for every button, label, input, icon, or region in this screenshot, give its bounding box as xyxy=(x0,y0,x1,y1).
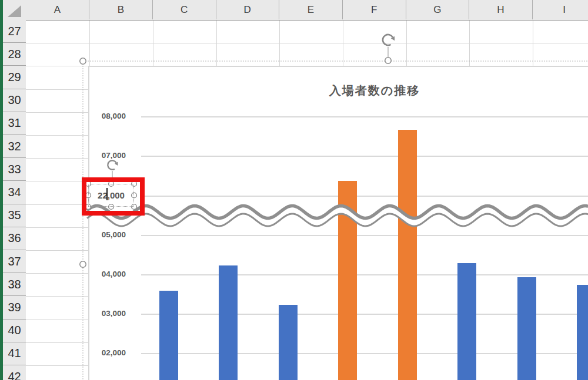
chart-bar[interactable] xyxy=(398,130,417,380)
chart-bar[interactable] xyxy=(457,263,476,380)
excel-gridline xyxy=(26,135,88,136)
excel-gridline xyxy=(26,365,88,366)
excel-gridline xyxy=(26,181,88,181)
chart-title[interactable]: 入場者数の推移 xyxy=(141,83,588,99)
row-header-cell[interactable]: 29 xyxy=(3,66,26,89)
column-header-cell[interactable]: H xyxy=(469,0,533,19)
excel-gridline xyxy=(26,296,88,297)
row-header-cell[interactable]: 28 xyxy=(3,43,26,66)
excel-gridline xyxy=(279,20,280,66)
select-all-triangle-icon xyxy=(3,0,26,20)
column-header-cell[interactable]: C xyxy=(153,0,216,19)
excel-gridline xyxy=(469,20,470,66)
row-header-cell[interactable]: 39 xyxy=(3,296,26,319)
y-axis-label[interactable]: 02,000 xyxy=(71,348,126,357)
red-highlight-rectangle xyxy=(82,177,145,216)
y-axis-label[interactable]: 07,000 xyxy=(71,151,126,160)
column-header-cell[interactable]: I xyxy=(533,0,588,19)
row-header-cell[interactable]: 42 xyxy=(3,365,26,380)
excel-gridline xyxy=(26,342,88,343)
row-header-cell[interactable]: 35 xyxy=(3,204,26,227)
chart-bar[interactable] xyxy=(517,277,536,380)
row-header-cell[interactable]: 37 xyxy=(3,250,26,273)
row-header-cell[interactable]: 27 xyxy=(3,20,26,43)
excel-gridline xyxy=(26,320,88,320)
chart-bar[interactable] xyxy=(577,285,588,380)
chart-selection-handle[interactable] xyxy=(80,261,86,267)
chart-gridline xyxy=(141,116,588,117)
row-header-cell[interactable]: 36 xyxy=(3,227,26,250)
excel-gridline xyxy=(216,20,217,66)
excel-gridline xyxy=(153,20,153,66)
y-axis-label[interactable]: 03,000 xyxy=(71,309,126,318)
excel-gridline xyxy=(26,227,88,228)
column-header-cell[interactable]: A xyxy=(26,0,89,19)
chart-bar[interactable] xyxy=(159,291,178,380)
column-header-cell[interactable]: D xyxy=(216,0,280,19)
column-header-row: ABCDEFGHI xyxy=(26,0,588,21)
rotate-handle-icon[interactable] xyxy=(391,36,395,41)
chart-bar[interactable] xyxy=(338,181,357,380)
row-header-cell[interactable]: 40 xyxy=(3,320,26,342)
row-header-cell[interactable]: 34 xyxy=(3,181,26,204)
chart-gridline xyxy=(141,156,588,156)
excel-gridline xyxy=(406,20,407,66)
chart-bar[interactable] xyxy=(219,265,238,380)
chart-bar[interactable] xyxy=(279,305,298,380)
row-header-cell[interactable]: 38 xyxy=(3,273,26,296)
excel-window: ABCDEFGHI 入場者数の推移 08,00007,00005,00004,0… xyxy=(0,0,588,380)
row-header-cell[interactable]: 32 xyxy=(3,135,26,158)
row-header-cell[interactable]: 31 xyxy=(3,112,26,135)
row-header-cell[interactable]: 41 xyxy=(3,342,26,365)
column-header-cell[interactable]: F xyxy=(343,0,406,19)
y-axis-label[interactable]: 08,000 xyxy=(71,112,126,120)
excel-gridline xyxy=(343,20,343,66)
y-axis-label[interactable]: 04,000 xyxy=(71,270,126,278)
row-header-cell[interactable]: 30 xyxy=(3,89,26,112)
chart-selection-handle[interactable] xyxy=(80,58,86,64)
row-header-cell[interactable]: 33 xyxy=(3,158,26,181)
excel-gridline xyxy=(533,20,533,66)
rotate-handle-icon[interactable] xyxy=(383,35,393,45)
column-header-cell[interactable]: B xyxy=(89,0,153,19)
column-header-cell[interactable]: G xyxy=(406,0,470,19)
window-edge-green-strip xyxy=(0,0,3,380)
excel-gridline xyxy=(26,66,88,66)
chart-gridline xyxy=(141,235,588,236)
excel-gridline xyxy=(26,250,88,251)
select-all-button[interactable] xyxy=(3,0,26,21)
chart-gridline xyxy=(141,274,588,275)
chart-selection-handle[interactable] xyxy=(385,58,391,63)
column-header-cell[interactable]: E xyxy=(279,0,343,19)
excel-gridline xyxy=(26,204,88,205)
excel-gridline xyxy=(26,43,588,43)
chart-gridline xyxy=(141,196,588,196)
y-axis-label[interactable]: 05,000 xyxy=(71,230,126,239)
excel-gridline xyxy=(26,89,88,90)
excel-gridline xyxy=(89,20,90,66)
